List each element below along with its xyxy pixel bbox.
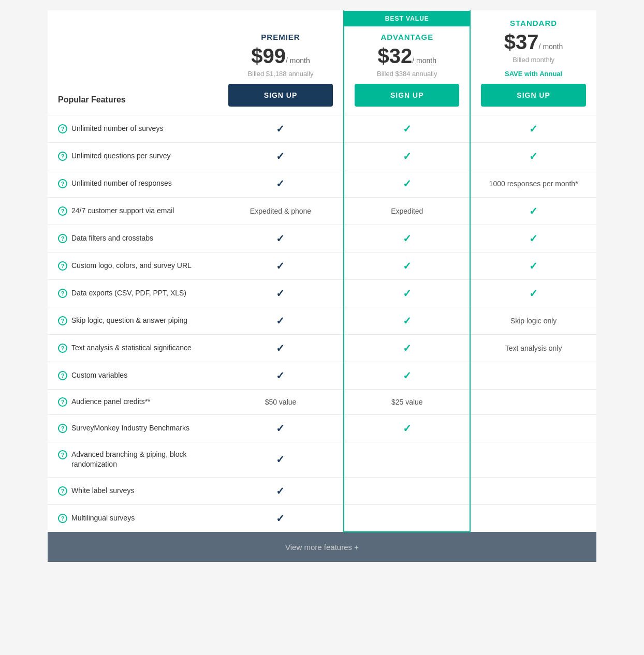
standard-plan-header: STANDARD $37/ month Billed monthly SAVE … <box>470 10 596 115</box>
feature-column-header: Popular Features <box>48 10 218 115</box>
check-icon <box>355 422 459 435</box>
feature-label: Multilingual surveys <box>71 513 135 524</box>
feature-cell: ? Text analysis & statistical significan… <box>48 335 218 362</box>
feature-cell: ? Unlimited number of responses <box>48 170 218 198</box>
standard-save-annual-link[interactable]: SAVE with Annual <box>481 70 586 78</box>
check-icon <box>228 453 333 466</box>
advantage-feature-cell <box>344 362 470 390</box>
advantage-signup-button[interactable]: SIGN UP <box>355 84 459 107</box>
help-icon[interactable]: ? <box>58 450 67 459</box>
standard-price: $37/ month <box>481 31 586 54</box>
advantage-feature-cell <box>344 170 470 198</box>
feature-label: 24/7 customer support via email <box>71 206 174 216</box>
help-icon[interactable]: ? <box>58 424 67 433</box>
check-icon <box>481 287 586 300</box>
advantage-per-month: / month <box>412 56 436 65</box>
advantage-feature-cell <box>344 252 470 280</box>
premier-plan-name: PREMIER <box>228 33 333 41</box>
advantage-price-amount: $32 <box>378 44 413 67</box>
help-icon[interactable]: ? <box>58 344 67 353</box>
premier-feature-cell <box>218 252 344 280</box>
pricing-table: Popular Features PREMIER $99/ month Bill… <box>48 10 596 562</box>
advantage-billing: Billed $384 annually <box>355 70 459 78</box>
advantage-plan-name: ADVANTAGE <box>355 33 459 41</box>
feature-cell: ? Custom logo, colors, and survey URL <box>48 252 218 280</box>
standard-feature-cell <box>470 280 596 307</box>
feature-cell: ? Audience panel credits** <box>48 390 218 415</box>
premier-signup-button[interactable]: SIGN UP <box>228 84 333 107</box>
check-icon <box>228 422 333 435</box>
standard-feature-cell <box>470 362 596 390</box>
pricing-table-wrapper: Popular Features PREMIER $99/ month Bill… <box>48 10 596 562</box>
feature-label: Unlimited questions per survey <box>71 151 170 161</box>
feature-value: Text analysis only <box>481 344 586 352</box>
advantage-feature-cell: $25 value <box>344 390 470 415</box>
feature-label: Custom logo, colors, and survey URL <box>71 261 192 271</box>
standard-feature-cell <box>470 442 596 477</box>
feature-label: Custom variables <box>71 370 127 381</box>
check-icon <box>228 485 333 497</box>
check-icon <box>355 232 459 245</box>
standard-signup-button[interactable]: SIGN UP <box>481 84 586 107</box>
check-icon <box>481 150 586 162</box>
advantage-feature-cell <box>344 442 470 477</box>
table-row: ? SurveyMonkey Industry Benchmarks <box>48 414 596 442</box>
view-more-button[interactable]: View more features + <box>48 532 596 562</box>
advantage-feature-cell <box>344 280 470 307</box>
feature-cell: ? Custom variables <box>48 362 218 390</box>
help-icon[interactable]: ? <box>58 206 67 216</box>
advantage-feature-cell <box>344 225 470 252</box>
premier-plan-header: PREMIER $99/ month Billed $1,188 annuall… <box>218 10 344 115</box>
standard-feature-cell: Text analysis only <box>470 335 596 362</box>
premier-feature-cell <box>218 225 344 252</box>
check-icon <box>355 342 459 354</box>
check-icon <box>228 123 333 135</box>
footer-row[interactable]: View more features + <box>48 532 596 562</box>
premier-feature-cell <box>218 442 344 477</box>
help-icon[interactable]: ? <box>58 371 67 380</box>
best-value-banner: BEST VALUE <box>344 11 470 26</box>
feature-cell: ? SurveyMonkey Industry Benchmarks <box>48 414 218 442</box>
table-row: ? Custom logo, colors, and survey URL <box>48 252 596 280</box>
premier-price-amount: $99 <box>251 44 286 67</box>
check-icon <box>481 232 586 245</box>
premier-feature-cell <box>218 143 344 170</box>
check-icon <box>228 512 333 525</box>
standard-per-month: / month <box>539 42 563 51</box>
check-icon <box>228 232 333 245</box>
help-icon[interactable]: ? <box>58 316 67 325</box>
help-icon[interactable]: ? <box>58 486 67 496</box>
feature-label: SurveyMonkey Industry Benchmarks <box>71 423 189 434</box>
premier-feature-cell <box>218 477 344 504</box>
feature-cell: ? Data filters and crosstabs <box>48 225 218 252</box>
check-icon <box>228 287 333 300</box>
feature-label: Audience panel credits** <box>71 397 151 407</box>
standard-feature-cell <box>470 414 596 442</box>
help-icon[interactable]: ? <box>58 289 67 298</box>
help-icon[interactable]: ? <box>58 234 67 243</box>
help-icon[interactable]: ? <box>58 261 67 271</box>
help-icon[interactable]: ? <box>58 179 67 188</box>
advantage-feature-cell <box>344 414 470 442</box>
feature-label: Advanced branching & piping, block rando… <box>71 450 208 470</box>
check-icon <box>355 150 459 162</box>
advantage-feature-cell <box>344 477 470 504</box>
check-icon <box>228 150 333 162</box>
feature-value: $50 value <box>228 398 333 406</box>
feature-label: Skip logic, question & answer piping <box>71 316 187 326</box>
feature-label: Unlimited number of responses <box>71 178 172 189</box>
help-icon[interactable]: ? <box>58 514 67 523</box>
premier-price: $99/ month <box>228 44 333 68</box>
feature-label: Unlimited number of surveys <box>71 124 163 134</box>
check-icon <box>228 342 333 354</box>
check-icon <box>481 205 586 217</box>
premier-feature-cell <box>218 335 344 362</box>
help-icon[interactable]: ? <box>58 124 67 133</box>
check-icon <box>228 177 333 190</box>
premier-feature-cell <box>218 504 344 532</box>
help-icon[interactable]: ? <box>58 397 67 407</box>
advantage-plan-header: BEST VALUE ADVANTAGE $32/ month Billed $… <box>344 10 470 115</box>
feature-cell: ? Skip logic, question & answer piping <box>48 307 218 335</box>
help-icon[interactable]: ? <box>58 152 67 161</box>
advantage-feature-cell <box>344 504 470 532</box>
